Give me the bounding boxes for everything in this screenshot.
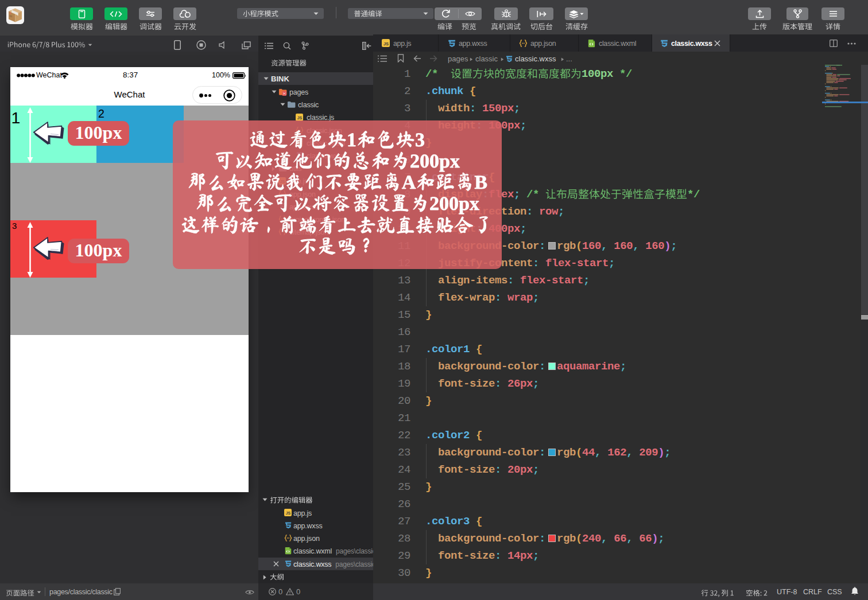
svg-text:JS: JS xyxy=(297,116,303,120)
svg-text:JS: JS xyxy=(383,41,389,46)
svg-text:JS: JS xyxy=(286,511,291,515)
